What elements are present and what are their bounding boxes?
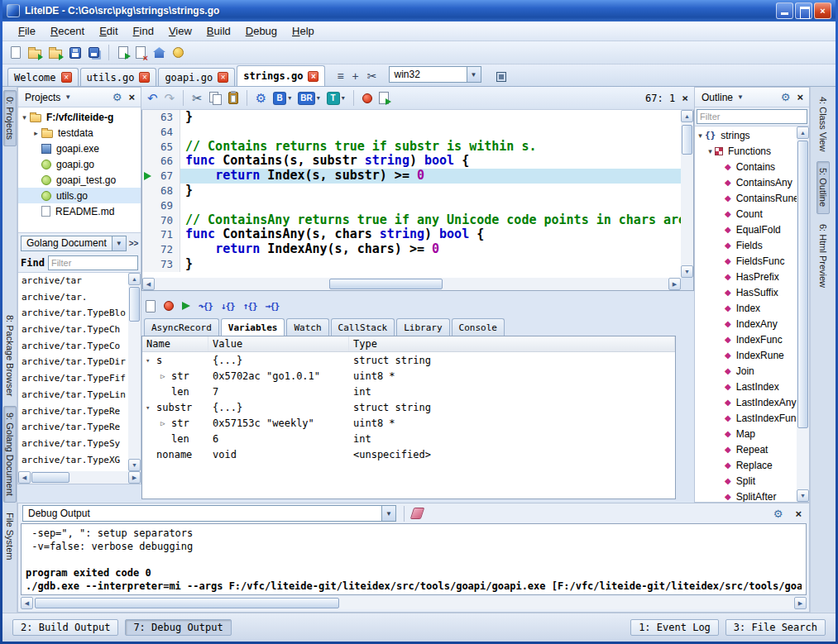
export-file-icon[interactable]: [118, 46, 128, 59]
panel-close-icon[interactable]: ×: [128, 91, 135, 103]
code-area[interactable]: 63}6465// Contains returns true if subst…: [142, 110, 681, 278]
debug-tab-watch[interactable]: Watch: [286, 318, 328, 336]
menu-item-debug[interactable]: Debug: [238, 22, 285, 40]
tab-welcome[interactable]: Welcome×: [7, 68, 79, 86]
new-file-icon[interactable]: [11, 46, 21, 59]
continue-icon[interactable]: [182, 302, 190, 310]
combo-dropdown-icon[interactable]: ▼: [381, 506, 395, 521]
doc-list-item-10[interactable]: archive/tar.TypeSy: [18, 436, 128, 452]
tool-button-8-package-browser[interactable]: 8: Package Browser: [3, 308, 17, 403]
outline-item-contains[interactable]: ◆Contains: [695, 159, 797, 174]
doc-source-combo[interactable]: Golang Document ▼: [21, 236, 127, 251]
scroll-track[interactable]: [128, 285, 141, 459]
build-menu-button[interactable]: B▾: [273, 92, 291, 105]
expand-arrow-icon[interactable]: ▷: [160, 419, 171, 427]
code-line-70[interactable]: 70// ContainsAny returns true if any Uni…: [142, 213, 681, 228]
doc-list-horizontal-scrollbar[interactable]: ◀ ▶: [18, 471, 141, 484]
variable-row-str-4[interactable]: ▷str0x57153c "weekly"uint8 *: [142, 415, 675, 431]
status-button-3-file-search[interactable]: 3: File Search: [725, 619, 826, 636]
menu-item-find[interactable]: Find: [126, 22, 161, 40]
doc-list-item-9[interactable]: archive/tar.TypeRe: [18, 419, 128, 436]
doc-list-item-11[interactable]: archive/tar.TypeXG: [18, 452, 128, 469]
redo-icon[interactable]: ↷: [165, 92, 175, 104]
step-out-icon[interactable]: ↑{}: [243, 302, 257, 311]
panel-menu-gear-icon[interactable]: ⚙: [113, 91, 122, 103]
scroll-track[interactable]: [797, 139, 809, 489]
outline-filter-input[interactable]: Filter: [697, 109, 807, 124]
outline-item-containsrune[interactable]: ◆ContainsRune: [695, 190, 797, 206]
doc-list-item-5[interactable]: archive/tar.TypeDir: [18, 354, 128, 370]
doc-list-item-8[interactable]: archive/tar.TypeRe: [18, 403, 128, 420]
code-line-65[interactable]: 65// Contains returns true if substr is …: [142, 140, 681, 155]
outline-item-fields[interactable]: ◆Fields: [695, 237, 797, 253]
scroll-track[interactable]: [681, 122, 693, 265]
outline-vertical-scrollbar[interactable]: ▲ ▼: [797, 126, 809, 502]
variable-row-s-0[interactable]: ▾s{...}struct string: [142, 352, 675, 368]
insert-breakpoint-icon[interactable]: [164, 301, 174, 311]
debug-tab-asyncrecord[interactable]: AsyncRecord: [144, 318, 219, 336]
tab-close-icon[interactable]: ×: [61, 72, 72, 83]
outline-item-lastindexany[interactable]: ◆LastIndexAny: [695, 394, 797, 410]
outline-item-repeat[interactable]: ◆Repeat: [695, 441, 797, 457]
outline-item-index[interactable]: ◆Index: [695, 300, 797, 316]
debug-output-horizontal-scrollbar[interactable]: ◀ ▶: [21, 597, 807, 609]
scroll-left-icon[interactable]: ◀: [142, 278, 155, 290]
scroll-track[interactable]: [155, 278, 668, 290]
menu-item-help[interactable]: Help: [285, 22, 322, 40]
code-line-68[interactable]: 68}: [142, 184, 681, 198]
clear-output-icon[interactable]: [410, 508, 425, 519]
variable-row-substr-3[interactable]: ▾substr{...}struct string: [142, 399, 675, 415]
variable-row-len-5[interactable]: len6int: [142, 431, 675, 446]
project-item-goapi-exe[interactable]: goapi.exe: [18, 141, 141, 156]
scroll-down-icon[interactable]: ▼: [128, 459, 141, 471]
variable-row-noname-6[interactable]: nonamevoid<unspecified>: [142, 446, 675, 462]
project-item-readme-md[interactable]: README.md: [18, 203, 141, 219]
tab-close-icon[interactable]: ×: [218, 72, 228, 83]
project-item-f-vfc-liteide-g[interactable]: ▾F:/vfc/liteide-g: [18, 109, 141, 125]
maximize-button[interactable]: [795, 2, 812, 19]
outline-item-count[interactable]: ◆Count: [695, 206, 797, 222]
outline-item-split[interactable]: ◆Split: [695, 473, 797, 489]
close-tab-icon[interactable]: ✂: [367, 70, 377, 82]
debug-output-text[interactable]: -sep=", ": setup separators -v=false: ve…: [21, 523, 807, 595]
tab-utils-go[interactable]: utils.go×: [80, 68, 157, 86]
menu-item-build[interactable]: Build: [199, 22, 238, 40]
panel-menu-gear-icon[interactable]: ⚙: [781, 91, 791, 103]
build-env-icon[interactable]: [496, 72, 506, 82]
tool-button-9-golang-document[interactable]: 9: Golang Document: [3, 406, 17, 503]
menu-item-recent[interactable]: Recent: [43, 22, 92, 40]
outline-item-join[interactable]: ◆Join: [695, 363, 797, 379]
panel-close-icon[interactable]: ×: [795, 508, 802, 520]
combo-dropdown-icon[interactable]: ▼: [467, 67, 481, 82]
scroll-up-icon[interactable]: ▲: [797, 126, 809, 139]
doc-list-vertical-scrollbar[interactable]: ▲ ▼: [128, 273, 141, 471]
expand-arrow-icon[interactable]: ▾: [20, 113, 29, 122]
build-run-menu-button[interactable]: BR▾: [298, 92, 319, 105]
outline-item-lastindex[interactable]: ◆LastIndex: [695, 379, 797, 394]
cut-icon[interactable]: ✂: [192, 92, 203, 104]
outline-item-lastindexfunc[interactable]: ◆LastIndexFunc: [695, 410, 797, 426]
variables-column-name[interactable]: Name: [142, 336, 208, 351]
panel-close-icon[interactable]: ×: [797, 91, 803, 103]
outline-item-equalfold[interactable]: ◆EqualFold: [695, 222, 797, 237]
projects-header-combo[interactable]: Projects ▼: [21, 90, 109, 105]
debug-tab-library[interactable]: Library: [396, 318, 449, 336]
code-line-67[interactable]: 67 return Index(s, substr) >= 0: [142, 169, 681, 184]
tab-close-icon[interactable]: ×: [308, 71, 318, 82]
debug-output-combo[interactable]: Debug Output ▼: [22, 505, 396, 522]
scroll-thumb[interactable]: [682, 125, 692, 155]
outline-item-indexfunc[interactable]: ◆IndexFunc: [695, 332, 797, 347]
doc-list-item-0[interactable]: archive/tar: [18, 273, 128, 289]
combo-dropdown-icon[interactable]: ▼: [112, 236, 126, 250]
tab-close-icon[interactable]: ×: [139, 72, 150, 83]
outline-item-hasprefix[interactable]: ◆HasPrefix: [695, 269, 797, 284]
tool-button-0-projects[interactable]: 0: Projects: [3, 90, 17, 146]
code-line-69[interactable]: 69: [142, 198, 681, 213]
expand-arrow-icon[interactable]: ▾: [706, 147, 715, 155]
expand-arrow-icon[interactable]: ▷: [160, 372, 171, 380]
open-file-icon[interactable]: [28, 50, 41, 59]
outline-item-indexany[interactable]: ◆IndexAny: [695, 316, 797, 332]
add-tab-icon[interactable]: +: [352, 70, 359, 82]
doc-list-item-1[interactable]: archive/tar.: [18, 289, 128, 306]
code-line-64[interactable]: 64: [142, 125, 681, 140]
